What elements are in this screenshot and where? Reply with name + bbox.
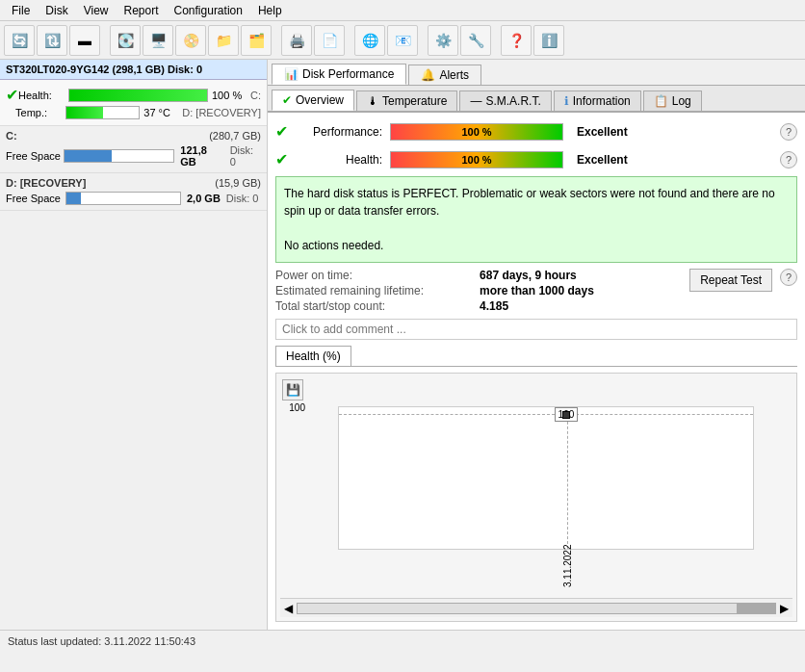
volume-d-section: D: [RECOVERY] (15,9 GB) Free Space 2,0 G… [0, 173, 267, 211]
volume-d-header: D: [RECOVERY] (15,9 GB) [6, 176, 261, 190]
volume-d-free-value: 2,0 GB [187, 193, 221, 204]
chart-scroll-track [297, 603, 776, 614]
settings2-button[interactable]: 🔧 [460, 25, 491, 56]
volume-c-free-label: Free Space [6, 150, 64, 162]
globe-button[interactable]: 🌐 [354, 25, 385, 56]
print-button[interactable]: 🖨️ [281, 25, 312, 56]
volume-c-bar-row: Free Space 121,8 GB Disk: 0 [6, 144, 261, 168]
tab-information[interactable]: ℹ Information [554, 90, 641, 111]
smart-icon: — [470, 94, 481, 108]
left-panel: ST320LT020-9YG142 (298,1 GB) Disk: 0 ✔ H… [0, 60, 268, 630]
tab-temperature[interactable]: 🌡 Temperature [356, 90, 457, 111]
tabs-row2: ✔ Overview 🌡 Temperature — S.M.A.R.T. ℹ … [268, 86, 805, 113]
chart-x-label: 3.11.2022 [562, 545, 573, 588]
temp-bar [65, 106, 140, 119]
health-bar-text: 100 % [461, 154, 491, 166]
tab-disk-performance-label: Disk Performance [302, 67, 394, 81]
menu-view[interactable]: View [76, 2, 117, 19]
performance-bar: 100 % [390, 123, 563, 141]
status-text-line1: The hard disk status is PERFECT. Problem… [284, 185, 789, 220]
disk5-button[interactable]: 🗂️ [241, 25, 272, 56]
repeat-test-button[interactable]: Repeat Test [689, 269, 772, 292]
menu-configuration[interactable]: Configuration [167, 2, 250, 19]
chart-inner: 100 [338, 406, 754, 550]
content-area: ✔ Performance: 100 % Excellent ? ✔ Healt… [268, 113, 805, 630]
toolbar: 🔄 🔃 ▬ 💽 🖥️ 📀 📁 🗂️ 🖨️ 📄 🌐 📧 ⚙️ 🔧 ❓ ℹ️ [0, 21, 805, 60]
email-button[interactable]: 📧 [387, 25, 418, 56]
chart-scroll-right-button[interactable]: ▶ [780, 602, 789, 615]
tab-disk-performance[interactable]: 📊 Disk Performance [272, 64, 406, 85]
volume-c-header: C: (280,7 GB) [6, 129, 261, 142]
chart-dashed-h [339, 414, 753, 415]
tab-information-label: Information [573, 94, 631, 108]
health-value: 100 % [212, 90, 250, 101]
menu-help[interactable]: Help [250, 2, 290, 19]
tab-alerts[interactable]: 🔔 Alerts [408, 65, 481, 85]
comment-input[interactable] [275, 319, 797, 340]
performance-help-icon[interactable]: ? [780, 123, 797, 141]
menu-bar: File Disk View Report Configuration Help [0, 0, 805, 21]
performance-row: ✔ Performance: 100 % Excellent ? [275, 122, 797, 141]
settings-button[interactable]: ⚙️ [428, 25, 458, 56]
refresh2-button[interactable]: 🔃 [37, 25, 67, 56]
tab-alerts-label: Alerts [439, 68, 469, 82]
chart-dashed-v [567, 407, 568, 549]
volume-d-bar-fill [66, 193, 81, 204]
power-on-value: 687 days, 9 hours [480, 269, 682, 282]
menu-disk[interactable]: Disk [38, 2, 75, 19]
volume-c-free-value: 121,8 GB [180, 144, 223, 168]
chart-scroll-left-button[interactable]: ◀ [284, 602, 293, 615]
chart-scrollbar: ◀ ▶ [280, 598, 792, 617]
repeat-help-icon[interactable]: ? [780, 269, 797, 286]
tab-smart-label: S.M.A.R.T. [485, 94, 540, 108]
tab-log[interactable]: 📋 Log [643, 90, 702, 111]
stop-button[interactable]: ▬ [69, 25, 100, 56]
health-label: Health: [18, 90, 68, 101]
volume-c-disk-label: Disk: 0 [230, 144, 261, 168]
health-bar-fill-main: 100 % [391, 152, 562, 168]
tab-overview[interactable]: ✔ Overview [272, 90, 354, 111]
disk2-button[interactable]: 🖥️ [143, 25, 173, 56]
health-drive: C: [250, 90, 261, 101]
temp-label: Temp.: [15, 107, 65, 118]
tab-temperature-label: Temperature [382, 94, 447, 108]
help-button[interactable]: ❓ [501, 25, 532, 56]
tab-smart[interactable]: — S.M.A.R.T. [459, 90, 551, 111]
temperature-icon: 🌡 [367, 94, 378, 108]
menu-report[interactable]: Report [116, 2, 166, 19]
power-on-label: Power on time: [275, 269, 478, 282]
temp-row: Temp.: 37 °C D: [RECOVERY] [6, 106, 261, 119]
volume-d-free-label: Free Space [6, 193, 65, 204]
refresh-button[interactable]: 🔄 [4, 25, 35, 56]
right-panel: 📊 Disk Performance 🔔 Alerts ✔ Overview 🌡… [268, 60, 805, 630]
disk-perf-icon: 📊 [284, 67, 299, 81]
volume-c-bar-fill [65, 150, 112, 162]
print2-button[interactable]: 📄 [314, 25, 345, 56]
health-bar [68, 89, 208, 102]
info-button[interactable]: ℹ️ [533, 25, 564, 56]
menu-file[interactable]: File [4, 2, 38, 19]
chart-container: 💾 100 100 [275, 373, 797, 622]
health-metric-label: Health: [296, 153, 382, 167]
estimated-value: more than 1000 days [480, 284, 682, 297]
status-bar: Status last updated: 3.11.2022 11:50:43 [0, 630, 805, 651]
volume-d-name: D: [RECOVERY] [6, 177, 86, 189]
chart-scroll-thumb[interactable] [737, 604, 775, 613]
disk-button[interactable]: 💽 [110, 25, 141, 56]
starts-label: Total start/stop count: [275, 299, 478, 313]
volume-c-bar [64, 149, 175, 163]
main-layout: ST320LT020-9YG142 (298,1 GB) Disk: 0 ✔ H… [0, 60, 805, 630]
performance-bar-text: 100 % [461, 126, 491, 138]
volume-c-section: C: (280,7 GB) Free Space 121,8 GB Disk: … [0, 126, 267, 173]
health-help-icon[interactable]: ? [780, 151, 797, 168]
volume-d-disk-label: Disk: 0 [226, 193, 259, 204]
disk3-button[interactable]: 📀 [175, 25, 206, 56]
chart-save-button[interactable]: 💾 [282, 379, 303, 401]
tab-log-label: Log [672, 94, 691, 108]
tab-overview-label: Overview [296, 93, 344, 107]
chart-tab-health[interactable]: Health (%) [275, 346, 351, 366]
disk4-button[interactable]: 📁 [208, 25, 239, 56]
volume-d-bar [65, 192, 181, 205]
log-icon: 📋 [654, 94, 668, 108]
temp-drive: D: [RECOVERY] [182, 107, 261, 118]
